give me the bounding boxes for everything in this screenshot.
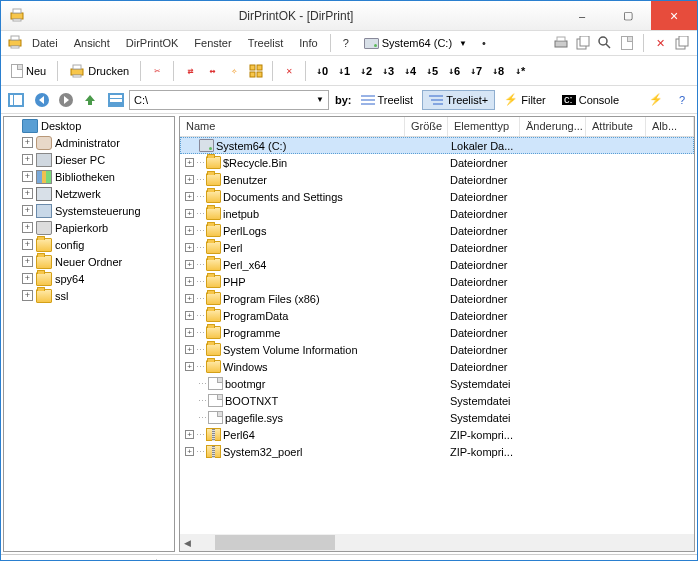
filter-button[interactable]: ⚡ Filter [497, 89, 552, 110]
col-size[interactable]: Größe [405, 117, 448, 136]
expand-icon[interactable]: + [185, 447, 194, 456]
expand-icon[interactable]: + [22, 154, 33, 165]
scrollbar-thumb[interactable] [215, 535, 335, 550]
list-row[interactable]: +⋯PerlLogsDateiordner [180, 222, 694, 239]
drive-dropdown[interactable]: System64 (C:) ▼ [358, 34, 473, 52]
expand-icon[interactable]: + [22, 222, 33, 233]
folder-tree[interactable]: Desktop+Administrator+Dieser PC+Biblioth… [3, 116, 175, 552]
drucken-button[interactable]: Drucken [65, 62, 133, 80]
search-icon[interactable] [596, 34, 614, 52]
scroll-left-icon[interactable]: ◀ [180, 538, 195, 548]
neu-button[interactable]: Neu [7, 62, 50, 80]
console-button[interactable]: c: Console [555, 90, 626, 110]
tool-icon-2[interactable]: ↔ [203, 62, 221, 80]
expand-icon[interactable]: + [185, 362, 194, 371]
expand-icon[interactable]: + [185, 277, 194, 286]
list-row[interactable]: +⋯Documents and SettingsDateiordner [180, 188, 694, 205]
expand-icon[interactable]: + [22, 171, 33, 182]
expand-icon[interactable]: + [185, 192, 194, 201]
tool-k4[interactable]: ↓4 [401, 62, 419, 80]
tool-icon-4[interactable] [247, 62, 265, 80]
tree-item[interactable]: +Administrator [4, 134, 174, 151]
col-name[interactable]: Name [180, 117, 405, 136]
expand-icon[interactable]: + [185, 260, 194, 269]
list-row[interactable]: +⋯Program Files (x86)Dateiordner [180, 290, 694, 307]
tool-k3[interactable]: ↓3 [379, 62, 397, 80]
list-row[interactable]: +⋯PerlDateiordner [180, 239, 694, 256]
tree-item[interactable]: +Dieser PC [4, 151, 174, 168]
list-row[interactable]: +⋯ProgrammeDateiordner [180, 324, 694, 341]
menu-treelist[interactable]: Treelist [241, 34, 291, 52]
tree-item[interactable]: +Netzwerk [4, 185, 174, 202]
menu-dot[interactable]: • [475, 34, 493, 52]
list-row[interactable]: +⋯System32_poerlZIP-kompri... [180, 443, 694, 460]
delete-icon[interactable]: ✕ [651, 34, 669, 52]
view-icon[interactable] [5, 89, 27, 111]
expand-icon[interactable]: + [22, 273, 33, 284]
expand-icon[interactable]: + [22, 290, 33, 301]
menu-datei[interactable]: Datei [25, 34, 65, 52]
col-alb[interactable]: Alb... [646, 117, 694, 136]
tree-item[interactable]: Desktop [4, 117, 174, 134]
expand-icon[interactable]: + [22, 137, 33, 148]
print-icon[interactable] [552, 34, 570, 52]
drive-icon-nav[interactable] [105, 89, 127, 111]
expand-icon[interactable]: + [185, 328, 194, 337]
cut-icon[interactable]: ✂ [148, 62, 166, 80]
list-row[interactable]: +⋯BenutzerDateiordner [180, 171, 694, 188]
path-input[interactable]: C:\ ▼ [129, 90, 329, 110]
expand-icon[interactable]: + [185, 430, 194, 439]
expand-icon[interactable]: + [185, 294, 194, 303]
menu-fenster[interactable]: Fenster [187, 34, 238, 52]
expand-icon[interactable]: + [22, 205, 33, 216]
menu-info[interactable]: Info [292, 34, 324, 52]
forward-icon[interactable] [55, 89, 77, 111]
list-row[interactable]: +⋯PHPDateiordner [180, 273, 694, 290]
expand-icon[interactable]: + [185, 345, 194, 354]
tool-k2[interactable]: ↓2 [357, 62, 375, 80]
tree-item[interactable]: +config [4, 236, 174, 253]
back-icon[interactable] [31, 89, 53, 111]
tree-item[interactable]: +Bibliotheken [4, 168, 174, 185]
list-row[interactable]: System64 (C:)Lokaler Da... [180, 137, 694, 154]
treelist-button[interactable]: Treelist [354, 90, 421, 110]
tool-icon-1[interactable]: ⇄ [181, 62, 199, 80]
list-row[interactable]: ⋯pagefile.sysSystemdatei [180, 409, 694, 426]
menu-dirprintok[interactable]: DirPrintOK [119, 34, 186, 52]
col-attr[interactable]: Attribute [586, 117, 646, 136]
list-row[interactable]: +⋯inetpubDateiordner [180, 205, 694, 222]
minimize-button[interactable]: – [559, 1, 605, 30]
expand-icon[interactable]: + [22, 188, 33, 199]
menu-ansicht[interactable]: Ansicht [67, 34, 117, 52]
col-mod[interactable]: Änderung... [520, 117, 586, 136]
expand-icon[interactable]: + [185, 158, 194, 167]
expand-icon[interactable]: + [22, 256, 33, 267]
list-row[interactable]: +⋯Perl_x64Dateiordner [180, 256, 694, 273]
expand-icon[interactable]: + [185, 226, 194, 235]
list-body[interactable]: System64 (C:)Lokaler Da...+⋯$Recycle.Bin… [180, 137, 694, 534]
tool-k8[interactable]: ↓8 [489, 62, 507, 80]
menu-help[interactable]: ? [336, 34, 356, 52]
tree-item[interactable]: +Papierkorb [4, 219, 174, 236]
copy-icon[interactable] [574, 34, 592, 52]
tool-k7[interactable]: ↓7 [467, 62, 485, 80]
expand-icon[interactable]: + [185, 175, 194, 184]
expand-icon[interactable]: + [22, 239, 33, 250]
list-row[interactable]: +⋯WindowsDateiordner [180, 358, 694, 375]
expand-icon[interactable]: + [185, 311, 194, 320]
close-button[interactable]: × [651, 1, 697, 30]
tool-k6[interactable]: ↓6 [445, 62, 463, 80]
tree-item[interactable]: +Neuer Ordner [4, 253, 174, 270]
copy2-icon[interactable] [673, 34, 691, 52]
tool-kstar[interactable]: ↓* [511, 62, 529, 80]
expand-icon[interactable]: + [185, 243, 194, 252]
wand-icon[interactable]: ⚡ [645, 89, 667, 111]
list-row[interactable]: ⋯BOOTNXTSystemdatei [180, 392, 694, 409]
col-type[interactable]: Elementtyp [448, 117, 520, 136]
tree-item[interactable]: +Systemsteuerung [4, 202, 174, 219]
tool-x-icon[interactable]: ✕ [280, 62, 298, 80]
list-row[interactable]: +⋯System Volume InformationDateiordner [180, 341, 694, 358]
tool-k5[interactable]: ↓5 [423, 62, 441, 80]
up-icon[interactable] [79, 89, 101, 111]
expand-icon[interactable]: + [185, 209, 194, 218]
